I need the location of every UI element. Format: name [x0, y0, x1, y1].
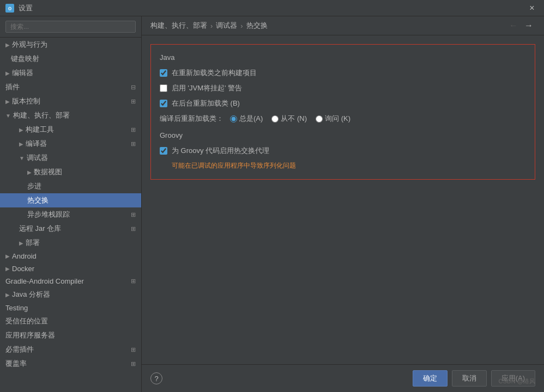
arrow-icon: ▶ — [5, 42, 10, 48]
compile-reload-label: 编译后重新加载类： — [160, 114, 223, 124]
close-button[interactable]: × — [525, 2, 539, 15]
search-input[interactable] — [5, 21, 136, 33]
sidebar-item-label: 步进 — [27, 181, 41, 191]
breadcrumb-sep-2: › — [240, 22, 243, 30]
sidebar-item-label: 应用程序服务器 — [5, 330, 55, 340]
sidebar-item-gradle-android-compiler[interactable]: Gradle-Android Compiler ⊞ — [0, 275, 141, 287]
bottom-bar: ? 确定 取消 应用(A) — [142, 364, 544, 392]
badge-icon: ⊞ — [131, 211, 136, 218]
radio-never: 从不 (N) — [271, 114, 307, 124]
checkbox-groovy-hotswap-label: 为 Groovy 代码启用热交换代理 — [172, 146, 269, 156]
breadcrumb-sep-1: › — [210, 22, 213, 30]
sidebar-item-testing[interactable]: Testing — [0, 302, 141, 314]
confirm-button[interactable]: 确定 — [413, 370, 448, 387]
radio-never-label: 从不 (N) — [281, 114, 307, 124]
sidebar-item-required-plugins[interactable]: 必需插件 ⊞ — [0, 342, 141, 357]
settings-box: Java 在重新加载类之前构建项目 启用 'JVM将挂起' 警告 在后台重新加载… — [150, 44, 535, 180]
bottom-bar-left: ? — [150, 372, 162, 384]
sidebar-item-compiler[interactable]: ▶ 编译器 ⊞ — [0, 137, 141, 151]
radio-always: 总是(A) — [230, 114, 263, 124]
help-button[interactable]: ? — [150, 372, 162, 384]
sidebar-item-keymap[interactable]: 键盘映射 — [0, 52, 141, 66]
sidebar-item-build[interactable]: ▼ 构建、执行、部署 — [0, 108, 141, 122]
badge-icon: ⊞ — [131, 346, 136, 353]
sidebar-item-label: 远程 Jar 仓库 — [19, 224, 61, 234]
breadcrumb-part-2: 调试器 — [216, 21, 237, 30]
breadcrumb: 构建、执行、部署 › 调试器 › 热交换 ← → — [142, 16, 544, 35]
right-panel: 构建、执行、部署 › 调试器 › 热交换 ← → Java 在重新加载类之前构建… — [142, 16, 544, 392]
sidebar-item-label: 异步堆栈跟踪 — [27, 210, 70, 219]
nav-buttons: ← → — [507, 21, 535, 30]
sidebar-item-label: 构建工具 — [26, 125, 54, 134]
watermark: CSDN @港风 — [499, 377, 535, 385]
title-bar: ⚙ 设置 × — [0, 0, 544, 16]
sidebar-item-plugins[interactable]: 插件 ⊟ — [0, 80, 141, 94]
sidebar-item-debugger[interactable]: ▼ 调试器 — [0, 151, 141, 165]
sidebar-item-stepping[interactable]: 步进 — [0, 179, 141, 193]
sidebar-item-label: Testing — [5, 304, 28, 312]
breadcrumb-part-1: 构建、执行、部署 — [150, 21, 207, 30]
nav-back-button[interactable]: ← — [507, 21, 520, 30]
checkbox-rebuild-before-reload-input[interactable] — [160, 69, 167, 77]
sidebar-item-label: Android — [12, 252, 37, 260]
app-icon: ⚙ — [5, 4, 14, 13]
sidebar-item-label: 热交换 — [27, 195, 49, 205]
sidebar-item-label: Gradle-Android Compiler — [5, 277, 84, 285]
radio-ask: 询问 (K) — [316, 114, 350, 124]
badge-icon: ⊞ — [131, 98, 136, 105]
checkbox-reload-background-label: 在后台重新加载类 (B) — [172, 99, 240, 108]
arrow-icon: ▶ — [5, 292, 10, 298]
checkbox-groovy-hotswap-input[interactable] — [160, 147, 167, 155]
arrow-icon: ▶ — [5, 266, 10, 272]
sidebar-item-hotswap[interactable]: 热交换 — [0, 193, 141, 207]
badge-icon: ⊞ — [131, 225, 136, 232]
sidebar-item-coverage[interactable]: 覆盖率 ⊞ — [0, 357, 141, 371]
arrow-icon: ▶ — [19, 127, 23, 133]
window-title: 设置 — [19, 3, 525, 13]
sidebar-item-label: 调试器 — [27, 153, 48, 163]
radio-always-input[interactable] — [230, 115, 237, 122]
sidebar-item-async-stacktrace[interactable]: 异步堆栈跟踪 ⊞ — [0, 207, 141, 222]
sidebar-item-label: 编辑器 — [12, 68, 33, 78]
radio-always-label: 总是(A) — [239, 114, 263, 124]
sidebar-item-deployment[interactable]: ▶ 部署 — [0, 236, 141, 250]
arrow-icon: ▶ — [27, 169, 32, 175]
sidebar-items: ▶ 外观与行为 键盘映射 ▶ 编辑器 插件 ⊟ ▶ 版本控制 ⊞ — [0, 38, 141, 392]
checkbox-groovy-hotswap: 为 Groovy 代码启用热交换代理 — [160, 146, 526, 156]
sidebar-item-trusted-locations[interactable]: 受信任的位置 — [0, 314, 141, 328]
sidebar-item-app-servers[interactable]: 应用程序服务器 — [0, 328, 141, 342]
sidebar-item-label: 键盘映射 — [11, 54, 39, 64]
checkbox-jvm-warning-input[interactable] — [160, 84, 167, 92]
content-area: Java 在重新加载类之前构建项目 启用 'JVM将挂起' 警告 在后台重新加载… — [142, 35, 544, 364]
nav-forward-button[interactable]: → — [522, 21, 535, 30]
sidebar-item-data-views[interactable]: ▶ 数据视图 — [0, 165, 141, 179]
badge-icon: ⊞ — [131, 278, 136, 285]
search-area[interactable] — [0, 16, 141, 38]
badge-icon: ⊟ — [131, 84, 136, 91]
cancel-button[interactable]: 取消 — [452, 370, 487, 387]
sidebar-item-build-tools[interactable]: ▶ 构建工具 ⊞ — [0, 122, 141, 137]
badge-icon: ⊞ — [131, 360, 136, 367]
arrow-icon: ▼ — [5, 113, 11, 119]
sidebar-item-label: 外观与行为 — [12, 40, 47, 50]
sidebar-item-android[interactable]: ▶ Android — [0, 250, 141, 262]
radio-never-input[interactable] — [271, 115, 279, 122]
sidebar-item-appearance[interactable]: ▶ 外观与行为 — [0, 38, 141, 52]
arrow-icon: ▶ — [5, 253, 10, 259]
sidebar-item-label: Docker — [12, 265, 34, 273]
sidebar-item-vcs[interactable]: ▶ 版本控制 ⊞ — [0, 94, 141, 108]
sidebar-item-remote-jar[interactable]: 远程 Jar 仓库 ⊞ — [0, 222, 141, 236]
sidebar-item-editor[interactable]: ▶ 编辑器 — [0, 66, 141, 80]
java-section-title: Java — [160, 53, 526, 62]
checkbox-reload-background-input[interactable] — [160, 100, 167, 107]
arrow-icon: ▼ — [19, 155, 25, 161]
checkbox-rebuild-before-reload: 在重新加载类之前构建项目 — [160, 68, 526, 78]
sidebar-item-label: 编译器 — [26, 139, 47, 149]
checkbox-jvm-warning-label: 启用 'JVM将挂起' 警告 — [172, 83, 242, 93]
sidebar-item-label: 受信任的位置 — [5, 316, 48, 326]
sidebar-item-java-analyzer[interactable]: ▶ Java 分析器 — [0, 287, 141, 302]
sidebar-item-docker[interactable]: ▶ Docker — [0, 262, 141, 275]
radio-ask-input[interactable] — [316, 115, 323, 122]
sidebar-item-label: 版本控制 — [12, 96, 40, 106]
sidebar-item-label: 构建、执行、部署 — [13, 111, 70, 120]
